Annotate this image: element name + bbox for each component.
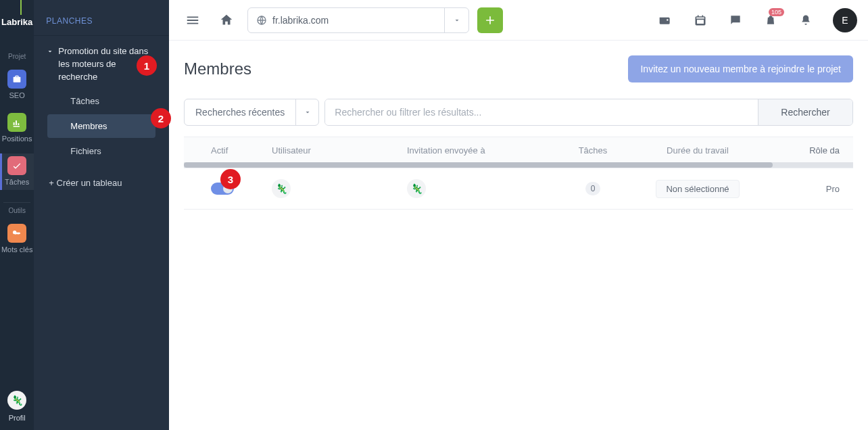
work-duration-pill[interactable]: Non sélectionné: [656, 180, 739, 198]
nav-section-tools: Outils: [8, 207, 26, 214]
nav-item-seo[interactable]: SEO: [0, 67, 34, 103]
sidebar-item-members[interactable]: Membres: [47, 114, 155, 138]
key-icon: [7, 224, 26, 243]
project-url-text: fr.labrika.com: [272, 15, 329, 26]
bag-icon[interactable]: 105: [757, 7, 784, 34]
annotation-marker: 2: [151, 108, 171, 128]
user-avatar-icon: 🦎: [272, 179, 291, 198]
table-row: 🦎 🦎 0 Non sélectionné Pro: [184, 168, 853, 209]
search-input[interactable]: [325, 99, 758, 125]
nav-section-project: Projet: [8, 53, 26, 60]
nav-item-keywords[interactable]: Mots clés: [0, 221, 34, 258]
nav-item-tasks[interactable]: Tâches: [0, 153, 34, 190]
notification-badge: 105: [769, 8, 784, 16]
main-area: fr.labrika.com 105 E Memb: [169, 0, 868, 430]
table-header: Actif Utilisateur Invitation envoyée à T…: [184, 137, 853, 162]
cell-tasks: 0: [556, 182, 630, 195]
calendar-icon[interactable]: [687, 7, 714, 34]
add-button[interactable]: [477, 7, 503, 33]
menu-button[interactable]: [180, 7, 206, 33]
cell-work-duration: Non sélectionné: [630, 180, 765, 198]
project-url-display: fr.labrika.com: [248, 8, 444, 32]
cell-role: Pro: [765, 184, 840, 194]
project-url-dropdown[interactable]: [444, 8, 468, 32]
search-group: Rechercher: [324, 99, 853, 126]
content: Membres Invitez un nouveau membre à rejo…: [169, 41, 868, 210]
home-button[interactable]: [214, 7, 239, 33]
user-avatar[interactable]: E: [833, 8, 857, 32]
invite-button[interactable]: Invitez un nouveau membre à rejoindre le…: [628, 55, 853, 82]
briefcase-icon: [7, 70, 26, 89]
create-board-button[interactable]: + Créer un tableau: [34, 168, 169, 195]
horizontal-scrollbar[interactable]: [184, 162, 853, 168]
nav-label: Positions: [2, 135, 32, 143]
sidebar-item-tasks[interactable]: Tâches: [47, 89, 155, 113]
project-url-select[interactable]: fr.labrika.com: [247, 7, 469, 33]
nav-label: SEO: [9, 91, 25, 99]
nav-rail: Labrika Projet SEO Positions Tâches Outi…: [0, 0, 34, 430]
chevron-down-icon: [46, 47, 55, 55]
col-user: Utilisateur: [272, 145, 407, 156]
globe-icon: [256, 15, 267, 26]
members-table: Actif Utilisateur Invitation envoyée à T…: [184, 137, 853, 210]
page-head: Membres Invitez un nouveau membre à rejo…: [184, 55, 853, 82]
cell-invitation: 🦎: [407, 179, 556, 198]
nav-divider: [3, 202, 30, 203]
search-button[interactable]: Rechercher: [758, 99, 852, 125]
page-title: Membres: [184, 59, 251, 78]
col-tasks: Tâches: [556, 145, 630, 156]
col-work-duration: Durée du travail: [630, 145, 765, 156]
avatar-icon[interactable]: 🦎: [7, 391, 26, 410]
annotation-marker: 3: [220, 169, 241, 189]
col-invitation: Invitation envoyée à: [407, 145, 556, 156]
filter-row: Recherches récentes Rechercher: [184, 99, 853, 126]
nav-label: Tâches: [5, 178, 29, 186]
brand-name: Labrika: [1, 17, 32, 27]
chevron-down-icon[interactable]: [295, 99, 318, 125]
recent-searches-label: Recherches récentes: [185, 99, 295, 125]
cell-active: [211, 183, 272, 195]
panel-heading: PLANCHES: [34, 0, 169, 36]
annotation-marker: 1: [137, 55, 157, 76]
brand-logo[interactable]: Labrika: [0, 5, 34, 38]
nav-item-positions[interactable]: Positions: [0, 110, 34, 147]
user-avatar-icon: 🦎: [407, 179, 426, 198]
sidebar-item-files[interactable]: Fichiers: [47, 139, 155, 163]
nav-label: Mots clés: [1, 245, 32, 254]
chart-icon: [7, 113, 26, 132]
topbar: fr.labrika.com 105 E: [169, 0, 868, 41]
bell-icon[interactable]: [792, 7, 819, 34]
recent-searches-select[interactable]: Recherches récentes: [184, 99, 319, 126]
wallet-icon[interactable]: [652, 7, 679, 34]
nav-item-profile[interactable]: Profil: [9, 414, 26, 422]
cell-user: 🦎: [272, 179, 407, 198]
chat-icon[interactable]: [722, 7, 749, 34]
col-active: Actif: [211, 145, 272, 156]
col-role: Rôle da: [765, 145, 840, 156]
check-icon: [7, 156, 26, 175]
tasks-count: 0: [585, 182, 601, 195]
